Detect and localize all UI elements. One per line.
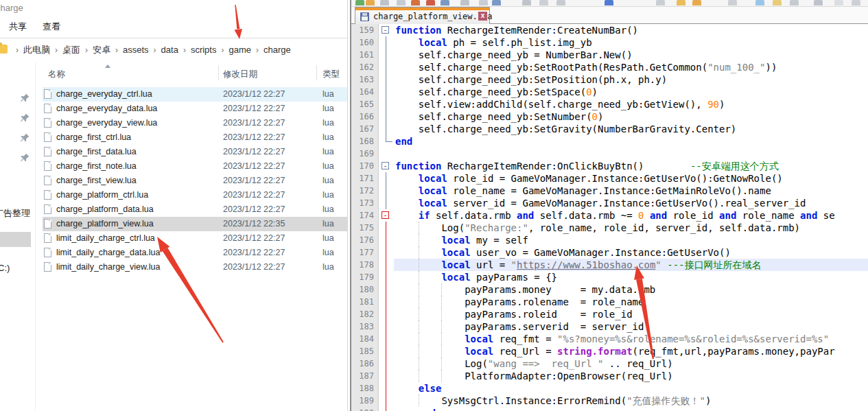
file-row[interactable]: charge_platform_data.lua2023/1/12 22:27l… (43, 202, 348, 217)
fold-collapse-icon[interactable]: - (382, 26, 389, 34)
code-text[interactable]: local payParams = {} (394, 271, 868, 283)
fold-collapse-icon[interactable]: - (382, 211, 389, 219)
code-line[interactable]: 161 self.charge_need_yb = NumberBar.New(… (351, 49, 868, 61)
code-line[interactable]: 166 self.charge_need_yb:SetNumber(0) (351, 110, 868, 123)
ribbon-tab-share[interactable]: 共享 (9, 21, 27, 33)
code-line[interactable]: 163 self.charge_need_yb:SetPosition(ph.x… (351, 73, 868, 86)
code-text[interactable]: end (394, 407, 868, 411)
breadcrumb-item[interactable]: charge (263, 45, 291, 55)
code-text[interactable]: local user_vo = GameVoManager.Instance:G… (394, 246, 868, 259)
code-text[interactable]: self.charge_need_yb:SetGravity(NumberBar… (394, 123, 868, 135)
breadcrumb-item[interactable]: 安卓 (93, 45, 110, 55)
code-text[interactable]: local my = self (394, 234, 868, 246)
code-text[interactable]: if self.data.rmb and self.data.rmb ~= 0 … (394, 209, 868, 222)
toolbar-icon-fragment[interactable] (656, 0, 665, 5)
code-text[interactable]: Log("Recharge:", role_name, role_id, ser… (394, 222, 868, 234)
code-line[interactable]: 160 local ph = self.ph_list.img_yb (351, 36, 868, 49)
code-line[interactable]: 187 PlatformAdapter:OpenBrowser(req_Url) (351, 370, 868, 382)
code-line[interactable]: 168end (351, 135, 868, 148)
code-line[interactable]: 164 self.charge_need_yb:SetSpace(0) (351, 86, 868, 98)
code-text[interactable]: self.charge_need_yb:SetRootPath(ResPath.… (394, 61, 868, 73)
code-line[interactable]: 176 local my = self (351, 234, 868, 246)
column-header-name[interactable]: 名称 (48, 69, 65, 80)
code-text[interactable]: local ph = self.ph_list.img_yb (394, 36, 868, 49)
code-text[interactable]: PlatformAdapter:OpenBrowser(req_Url) (394, 370, 868, 382)
breadcrumb-item[interactable]: 此电脑 (23, 45, 50, 55)
code-line[interactable]: 189 SysMsgCtrl.Instance:ErrorRemind("充值操… (351, 395, 868, 407)
code-text-current-line[interactable]: local url = "https://www.51boshao.com" -… (394, 259, 868, 271)
code-line[interactable]: 180 payParams.money = my.data.rmb (351, 283, 868, 296)
code-text[interactable]: self.charge_need_yb = NumberBar.New() (394, 49, 868, 61)
code-text[interactable]: local role_id = GameVoManager.Instance:G… (394, 172, 868, 185)
file-row[interactable]: charge_everyday_ctrl.lua2023/1/12 22:27l… (43, 87, 348, 102)
code-line[interactable]: 174- if self.data.rmb and self.data.rmb … (351, 209, 868, 222)
file-row[interactable]: limit_daily_charge_view.lua2023/1/12 22:… (43, 260, 348, 274)
code-line[interactable]: 179 local payParams = {} (351, 271, 868, 283)
code-text[interactable]: payParams.roleid = role_id (394, 308, 868, 320)
toolbar-icon-fragment[interactable] (728, 0, 737, 5)
code-text[interactable]: local server_id = GameVoManager.Instance… (394, 197, 868, 209)
breadcrumb-item[interactable]: assets (123, 45, 149, 55)
code-line[interactable]: 171 local role_id = GameVoManager.Instan… (351, 172, 868, 185)
code-text[interactable]: local role_name = GameVoManager.Instance… (394, 185, 868, 197)
toolbar-icon-fragment[interactable] (556, 0, 565, 5)
toolbar-icon-fragment[interactable] (692, 0, 701, 5)
file-row[interactable]: charge_platform_view.lua2023/1/12 22:35l… (43, 217, 348, 231)
breadcrumb-item[interactable]: scripts (191, 45, 217, 55)
toolbar-icon-fragment[interactable] (755, 0, 764, 5)
code-text[interactable]: Log("wang ==> req_Url " .. req_Url) (394, 357, 868, 370)
breadcrumb-item[interactable]: data (161, 45, 178, 55)
code-text[interactable]: end (394, 135, 868, 148)
breadcrumb-item[interactable]: game (228, 45, 251, 55)
toolbar-icon-fragment[interactable] (441, 0, 449, 5)
code-line[interactable]: 177 local user_vo = GameVoManager.Instan… (351, 246, 868, 259)
code-line[interactable]: 162 self.charge_need_yb:SetRootPath(ResP… (351, 61, 868, 73)
code-line[interactable]: 185 local req_Url = string.format(req_fm… (351, 345, 868, 357)
column-header-type[interactable]: 类型 (322, 69, 340, 80)
ribbon-tab-view[interactable]: 查看 (43, 21, 60, 33)
file-row[interactable]: charge_first_note.lua2023/1/12 22:27lua (43, 159, 348, 174)
file-row[interactable]: charge_platform_ctrl.lua2023/1/12 22:27l… (43, 188, 348, 202)
code-text[interactable]: self.view:addChild(self.charge_need_yb:G… (394, 98, 868, 110)
code-text[interactable]: local req_Url = string.format(req_fmt,ur… (394, 345, 868, 357)
code-line[interactable]: 170-function RechargeItemRender:OnClickB… (351, 160, 868, 172)
toolbar-icon-fragment[interactable] (773, 0, 782, 5)
toolbar-icon-fragment[interactable] (814, 0, 823, 5)
toolbar-icon-fragment[interactable] (397, 0, 406, 5)
code-line[interactable]: 159-function RechargeItemRender:CreateNu… (351, 24, 868, 36)
toolbar-icon-fragment[interactable] (539, 0, 548, 5)
code-line[interactable]: 178 local url = "https://www.51boshao.co… (351, 259, 868, 271)
close-icon[interactable]: x (478, 12, 487, 21)
code-line[interactable]: 188 else (351, 382, 868, 395)
toolbar-icon-fragment[interactable] (355, 0, 364, 5)
toolbar-icon-fragment[interactable] (426, 0, 435, 5)
breadcrumb-item[interactable]: 桌面 (62, 45, 80, 55)
code-text[interactable]: function RechargeItemRender:OnClickBuyBt… (394, 160, 868, 172)
toolbar-icon-fragment[interactable] (411, 0, 420, 5)
code-line[interactable]: 167 self.charge_need_yb:SetGravity(Numbe… (351, 123, 868, 135)
code-text[interactable]: local req_fmt = "%s?money=%s&rolename=%s… (394, 333, 868, 345)
code-line[interactable]: 183 payParams.serverid = server_id (351, 320, 868, 333)
code-line[interactable]: 173 local server_id = GameVoManager.Inst… (351, 197, 868, 209)
fold-collapse-icon[interactable]: - (382, 162, 389, 169)
file-row[interactable]: charge_first_data.lua2023/1/12 22:27lua (43, 145, 348, 159)
tab-charge-platform-view[interactable]: charge_platform_view.lua x (355, 7, 490, 24)
code-line[interactable]: 172 local role_name = GameVoManager.Inst… (351, 185, 868, 197)
toolbar-icon-fragment[interactable] (834, 0, 843, 5)
code-line[interactable]: 181 payParams.rolename = role_name (351, 296, 868, 308)
code-text[interactable]: else (394, 382, 868, 395)
code-editor[interactable]: 159-function RechargeItemRender:CreateNu… (351, 24, 868, 411)
code-line[interactable]: 175 Log("Recharge:", role_name, role_id,… (351, 222, 868, 234)
sidebar-item-drive-c[interactable]: C:) (0, 263, 10, 273)
file-row[interactable]: charge_everyday_view.lua2023/1/12 22:27l… (43, 116, 348, 130)
code-line[interactable]: 182 payParams.roleid = role_id (351, 308, 868, 320)
toolbar-icon-fragment[interactable] (380, 0, 389, 5)
code-text[interactable]: self.charge_need_yb:SetSpace(0) (394, 86, 868, 98)
toolbar-icon-fragment[interactable] (460, 0, 469, 5)
code-line[interactable]: 184 local req_fmt = "%s?money=%s&rolenam… (351, 333, 868, 345)
url-link[interactable]: https://www.51boshao.com (517, 259, 655, 270)
code-text[interactable]: SysMsgCtrl.Instance:ErrorRemind("充值操作失败！… (394, 395, 868, 407)
file-row[interactable]: limit_daily_charge_ctrl.lua2023/1/12 22:… (43, 231, 348, 246)
code-text[interactable]: payParams.rolename = role_name (394, 296, 868, 308)
toolbar-icon-fragment[interactable] (492, 0, 501, 5)
